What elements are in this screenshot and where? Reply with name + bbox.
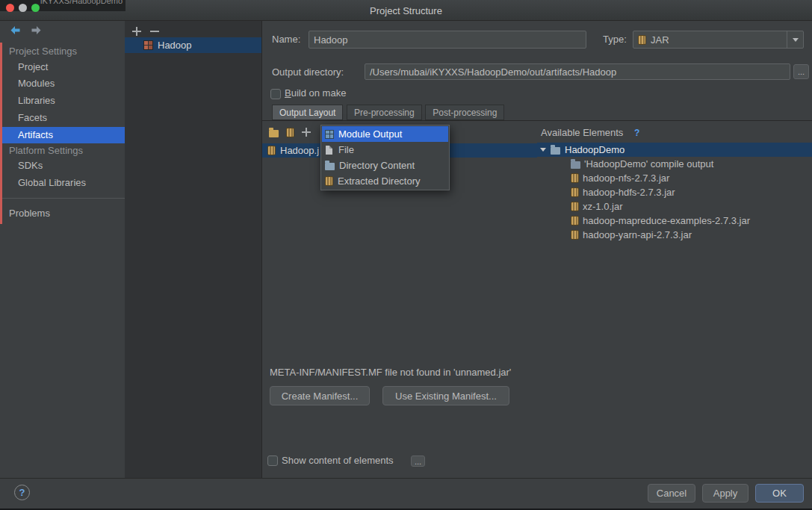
question-icon: ? bbox=[19, 487, 25, 498]
menu-item-label: Directory Content bbox=[339, 160, 415, 171]
sidebar-section-platform-settings: Platform Settings bbox=[0, 143, 125, 159]
available-tree-item[interactable]: hadoop-mapreduce-examples-2.7.3.jar bbox=[571, 214, 750, 228]
layout-tabs: Output Layout Pre-processing Post-proces… bbox=[272, 105, 505, 120]
help-icon[interactable]: ? bbox=[634, 126, 639, 140]
available-tree-item[interactable]: hadoop-yarn-api-2.7.3.jar bbox=[571, 228, 692, 242]
mnemonic: B bbox=[285, 87, 291, 99]
content-options-button[interactable]: ... bbox=[411, 455, 425, 467]
error-stripe bbox=[0, 43, 2, 224]
sidebar-item-sdks[interactable]: SDKs bbox=[0, 158, 125, 174]
menu-item-label: Module Output bbox=[338, 128, 402, 140]
sidebar-item-problems[interactable]: Problems bbox=[0, 205, 125, 222]
help-button[interactable]: ? bbox=[14, 485, 30, 500]
label-rest: uild on make bbox=[291, 87, 347, 99]
create-directory-button[interactable] bbox=[267, 125, 280, 139]
menu-item-label: File bbox=[338, 144, 354, 155]
menu-item-module-output[interactable]: Module Output bbox=[322, 126, 448, 142]
sidebar-item-facets[interactable]: Facets bbox=[0, 110, 125, 126]
build-on-make-checkbox[interactable] bbox=[270, 89, 281, 99]
available-elements-title: Available Elements bbox=[541, 126, 623, 140]
available-item-label: hadoop-yarn-api-2.7.3.jar bbox=[583, 229, 692, 240]
artifact-name: Hadoop bbox=[158, 40, 192, 51]
type-select[interactable]: JAR bbox=[633, 31, 804, 49]
build-on-make-label: Build on make bbox=[285, 86, 346, 101]
chevron-down-icon[interactable] bbox=[787, 31, 803, 48]
add-element-button[interactable] bbox=[300, 125, 313, 139]
directory-content-icon bbox=[325, 163, 335, 170]
create-archive-button[interactable] bbox=[283, 125, 297, 139]
available-item-label: hadoop-mapreduce-examples-2.7.3.jar bbox=[583, 215, 750, 226]
browse-button[interactable]: ... bbox=[793, 64, 809, 79]
jar-icon bbox=[571, 187, 579, 197]
module-output-icon bbox=[325, 130, 334, 139]
available-item-label: hadoop-nfs-2.7.3.jar bbox=[583, 172, 669, 184]
jar-icon bbox=[571, 173, 579, 183]
folder-icon bbox=[551, 147, 560, 155]
artifacts-list-panel: Hadoop bbox=[125, 21, 261, 478]
background-window-title: iKYXXS/HadoopDemo bbox=[40, 0, 123, 5]
menu-item-extracted-directory[interactable]: Extracted Directory bbox=[322, 173, 448, 189]
type-label: Type: bbox=[603, 31, 627, 49]
available-tree-item[interactable]: hadoop-hdfs-2.7.3.jar bbox=[571, 185, 675, 199]
layout-item-label: Hadoop.j bbox=[280, 145, 319, 156]
available-root-label: HadoopDemo bbox=[565, 144, 625, 155]
menu-item-label: Extracted Directory bbox=[338, 175, 421, 187]
name-label: Name: bbox=[272, 31, 300, 49]
add-artifact-button[interactable] bbox=[130, 25, 143, 38]
minus-icon bbox=[150, 27, 159, 36]
footer-buttons: Cancel Apply OK bbox=[648, 484, 804, 503]
output-directory-input[interactable] bbox=[365, 63, 790, 80]
back-icon[interactable] bbox=[9, 25, 22, 36]
settings-sidebar: Project Settings Project Modules Librari… bbox=[0, 21, 125, 478]
artifact-list-item-hadoop[interactable]: Hadoop bbox=[125, 37, 261, 53]
sidebar-item-global-libraries[interactable]: Global Libraries bbox=[0, 175, 125, 191]
show-content-checkbox[interactable] bbox=[267, 455, 278, 466]
show-content-label: Show content of elements bbox=[282, 454, 394, 467]
tab-output-layout[interactable]: Output Layout bbox=[272, 105, 343, 120]
use-existing-manifest-button[interactable]: Use Existing Manifest... bbox=[382, 386, 509, 405]
dialog-footer: ? Cancel Apply OK bbox=[0, 478, 812, 510]
available-tree-root[interactable]: HadoopDemo bbox=[537, 143, 812, 157]
ok-button[interactable]: OK bbox=[755, 484, 804, 503]
dialog-title: Project Structure bbox=[0, 5, 812, 16]
sidebar-section-project-settings: Project Settings bbox=[0, 43, 125, 60]
remove-artifact-button[interactable] bbox=[148, 25, 161, 38]
jar-icon bbox=[638, 35, 646, 45]
plus-icon bbox=[132, 27, 141, 36]
plus-icon bbox=[302, 128, 311, 137]
artifact-editor: Name: Type: JAR Output directory: ... Bu… bbox=[261, 21, 812, 478]
name-input[interactable] bbox=[309, 31, 586, 49]
output-directory-label: Output directory: bbox=[272, 63, 344, 81]
sidebar-item-libraries[interactable]: Libraries bbox=[0, 93, 125, 109]
compile-output-icon bbox=[571, 161, 580, 169]
sidebar-item-artifacts[interactable]: Artifacts bbox=[0, 127, 125, 143]
add-element-menu: Module Output File Directory Content Ext… bbox=[320, 125, 450, 190]
available-item-label: hadoop-hdfs-2.7.3.jar bbox=[583, 187, 675, 198]
apply-button[interactable]: Apply bbox=[702, 484, 749, 503]
sidebar-item-project[interactable]: Project bbox=[0, 59, 125, 75]
chevron-expanded-icon[interactable] bbox=[540, 148, 546, 152]
create-manifest-button[interactable]: Create Manifest... bbox=[270, 386, 370, 405]
tab-pre-processing[interactable]: Pre-processing bbox=[347, 105, 422, 120]
jar-icon bbox=[571, 230, 579, 240]
artifact-icon bbox=[143, 40, 153, 50]
forward-icon[interactable] bbox=[30, 25, 43, 36]
dialog-titlebar[interactable]: iKYXXS/HadoopDemo Project Structure bbox=[0, 0, 812, 21]
tabs-separator bbox=[262, 120, 812, 121]
jar-icon bbox=[571, 202, 579, 211]
file-icon bbox=[326, 146, 332, 155]
available-tree-item[interactable]: hadoop-nfs-2.7.3.jar bbox=[571, 171, 669, 185]
sidebar-item-modules[interactable]: Modules bbox=[0, 75, 125, 92]
cancel-button[interactable]: Cancel bbox=[648, 484, 695, 503]
available-tree-item[interactable]: 'HadoopDemo' compile output bbox=[571, 157, 713, 171]
menu-item-file[interactable]: File bbox=[322, 142, 448, 158]
available-item-label: 'HadoopDemo' compile output bbox=[584, 158, 713, 170]
menu-item-directory-content[interactable]: Directory Content bbox=[322, 158, 448, 173]
available-tree-item[interactable]: xz-1.0.jar bbox=[571, 199, 622, 214]
type-value: JAR bbox=[651, 34, 669, 46]
jar-icon bbox=[267, 146, 276, 155]
tab-post-processing[interactable]: Post-processing bbox=[425, 105, 504, 120]
jar-icon bbox=[286, 128, 294, 137]
available-item-label: xz-1.0.jar bbox=[583, 201, 622, 212]
jar-icon bbox=[571, 216, 579, 226]
